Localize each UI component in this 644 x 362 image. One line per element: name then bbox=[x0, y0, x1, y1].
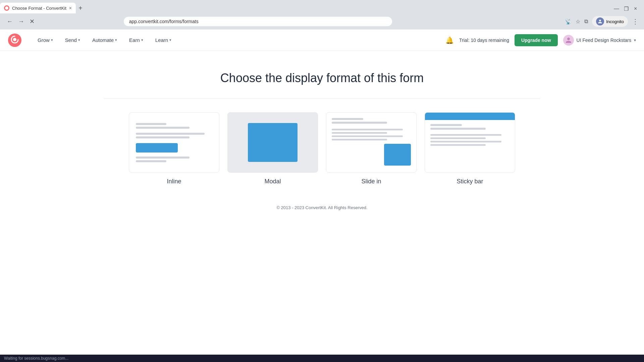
format-card-slide-in[interactable]: Slide in bbox=[326, 112, 417, 185]
active-tab[interactable]: Choose Format - ConvertKit × bbox=[0, 3, 76, 13]
sticky-bar-element bbox=[425, 113, 515, 120]
modal-box bbox=[248, 123, 297, 162]
sticky-bar-preview[interactable] bbox=[425, 112, 515, 173]
learn-label: Learn bbox=[155, 37, 168, 43]
incognito-label: Incognito bbox=[606, 19, 624, 24]
tab-title: Choose Format - ConvertKit bbox=[12, 6, 66, 11]
footer-text: © 2013 - 2023 ConvertKit. All Rights Res… bbox=[276, 185, 367, 217]
url-bar[interactable] bbox=[124, 17, 392, 26]
inline-preview[interactable] bbox=[129, 112, 219, 173]
svg-point-1 bbox=[13, 38, 16, 41]
send-chevron: ▾ bbox=[78, 38, 80, 42]
sticky-bar-label: Sticky bar bbox=[457, 178, 483, 185]
tab-favicon bbox=[4, 5, 9, 11]
user-name: UI Feed Design Rockstars bbox=[577, 38, 631, 43]
format-card-inline[interactable]: Inline bbox=[129, 112, 219, 185]
slide-in-label: Slide in bbox=[361, 178, 381, 185]
bell-icon[interactable]: 🔔 bbox=[445, 36, 454, 44]
automate-chevron: ▾ bbox=[115, 38, 117, 42]
incognito-btn[interactable]: Incognito bbox=[592, 16, 628, 27]
nav-items: Grow ▾ Send ▾ Automate ▾ Earn ▾ Learn ▾ bbox=[32, 35, 445, 46]
nav-grow[interactable]: Grow ▾ bbox=[32, 35, 58, 46]
format-card-modal[interactable]: Modal bbox=[227, 112, 318, 185]
nav-send[interactable]: Send ▾ bbox=[60, 35, 86, 46]
page-heading: Choose the display format of this form bbox=[220, 71, 424, 85]
incognito-avatar bbox=[596, 17, 604, 25]
user-menu[interactable]: UI Feed Design Rockstars ▾ bbox=[563, 35, 636, 46]
forward-btn[interactable]: → bbox=[17, 17, 25, 26]
address-bar: ← → ✕ 📡 ☆ ⧉ Incognito ⋮ bbox=[0, 13, 644, 29]
cast-icon: 📡 bbox=[565, 18, 572, 25]
close-btn[interactable]: × bbox=[634, 6, 639, 10]
bookmark-icon[interactable]: ☆ bbox=[576, 18, 580, 25]
earn-chevron: ▾ bbox=[141, 38, 143, 42]
reload-btn[interactable]: ✕ bbox=[28, 16, 36, 26]
inline-label: Inline bbox=[167, 178, 181, 185]
user-avatar bbox=[563, 35, 574, 46]
nav-earn[interactable]: Earn ▾ bbox=[124, 35, 149, 46]
earn-label: Earn bbox=[129, 37, 140, 43]
back-btn[interactable]: ← bbox=[5, 17, 14, 26]
nav-automate[interactable]: Automate ▾ bbox=[87, 35, 122, 46]
trial-text: Trial: 10 days remaining bbox=[459, 38, 509, 43]
automate-label: Automate bbox=[92, 37, 114, 43]
nav-right: 🔔 Trial: 10 days remaining Upgrade now U… bbox=[445, 34, 636, 46]
minimize-btn[interactable]: — bbox=[614, 6, 619, 10]
extensions-icon[interactable]: ⧉ bbox=[584, 18, 588, 24]
modal-label: Modal bbox=[264, 178, 281, 185]
more-btn[interactable]: ⋮ bbox=[632, 17, 639, 25]
format-card-sticky-bar[interactable]: Sticky bar bbox=[425, 112, 515, 185]
grow-chevron: ▾ bbox=[51, 38, 53, 42]
tab-close-btn[interactable]: × bbox=[69, 6, 72, 10]
slide-in-preview[interactable] bbox=[326, 112, 417, 173]
modal-preview[interactable] bbox=[227, 112, 318, 173]
learn-chevron: ▾ bbox=[169, 38, 171, 42]
grow-label: Grow bbox=[38, 37, 50, 43]
status-bar: Waiting for sessions.bugsnag.com... bbox=[0, 355, 644, 362]
section-divider bbox=[104, 99, 540, 99]
browser-chrome: Choose Format - ConvertKit × + — ❐ × ← →… bbox=[0, 0, 644, 29]
app-nav: Grow ▾ Send ▾ Automate ▾ Earn ▾ Learn ▾ … bbox=[0, 29, 644, 51]
send-label: Send bbox=[65, 37, 77, 43]
user-chevron: ▾ bbox=[634, 38, 636, 43]
status-text: Waiting for sessions.bugsnag.com... bbox=[4, 356, 68, 361]
slide-in-widget bbox=[384, 144, 411, 166]
inline-preview-btn bbox=[136, 143, 178, 153]
format-cards: Inline Modal bbox=[129, 112, 515, 185]
upgrade-btn[interactable]: Upgrade now bbox=[515, 34, 558, 46]
nav-learn[interactable]: Learn ▾ bbox=[150, 35, 177, 46]
maximize-btn[interactable]: ❐ bbox=[624, 6, 629, 10]
new-tab-btn[interactable]: + bbox=[76, 4, 85, 12]
main-content: Choose the display format of this form bbox=[0, 51, 644, 230]
logo[interactable] bbox=[8, 34, 21, 47]
